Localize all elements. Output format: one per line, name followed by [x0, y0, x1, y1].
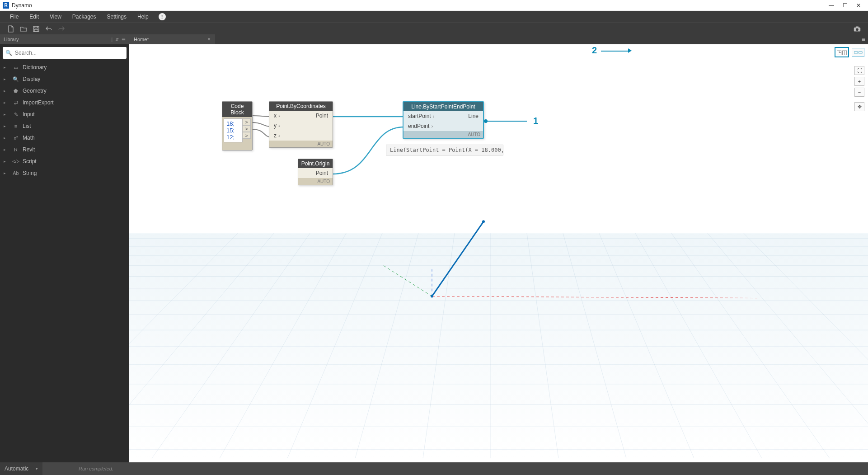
workspace: Home* × ≡	[129, 34, 868, 462]
library-sort-icon[interactable]: ⇵	[115, 37, 119, 42]
tab-label: Home*	[134, 37, 149, 42]
magnify-icon: 🔍	[12, 76, 20, 82]
menu-settings[interactable]: Settings	[102, 11, 132, 23]
annotation-line-2	[601, 51, 628, 52]
node-title: Line.ByStartPointEndPoint	[404, 102, 483, 111]
graph-view-toggle[interactable]: ▭▭	[852, 48, 864, 57]
annotation-arrow-2	[628, 48, 632, 53]
library-item-importexport[interactable]: ▸⇄ImportExport	[0, 97, 129, 108]
svg-rect-1	[35, 26, 38, 28]
library-item-geometry[interactable]: ▸⬟Geometry	[0, 85, 129, 97]
open-file-icon[interactable]	[17, 24, 30, 34]
node-code-block[interactable]: Code Block 18; 15; 12; > > >	[222, 101, 253, 150]
geometry-preview-toggle[interactable]: ◳◫	[835, 47, 849, 57]
port-input-z[interactable]: z›	[269, 131, 285, 141]
annotation-label-2: 2	[592, 45, 597, 56]
library-item-label: String	[23, 170, 37, 176]
library-search[interactable]: 🔍	[3, 47, 127, 59]
zoom-out-button[interactable]: −	[854, 88, 864, 97]
node-line-by-start-end[interactable]: Line.ByStartPointEndPoint startPoint› en…	[403, 101, 484, 139]
tool-bar	[0, 23, 868, 34]
node-footer: AUTO	[298, 178, 333, 185]
port-output-point[interactable]: Point	[298, 168, 333, 178]
fit-view-button[interactable]: ⛶	[854, 66, 864, 75]
library-item-label: Math	[23, 135, 35, 141]
viewport-side-controls: ⛶ + − ✥	[854, 66, 864, 111]
code-port-1[interactable]: >	[243, 118, 251, 125]
library-item-script[interactable]: ▸</>Script	[0, 155, 129, 167]
menu-help[interactable]: Help	[132, 11, 154, 23]
list-icon: ≡	[12, 123, 20, 129]
window-maximize-button[interactable]: ☐	[838, 1, 852, 10]
port-input-x[interactable]: x›	[269, 111, 285, 121]
library-title: Library	[4, 37, 19, 42]
node-point-origin[interactable]: Point.Origin Point AUTO	[298, 159, 333, 185]
math-icon: x²	[12, 135, 20, 141]
code-port-2[interactable]: >	[243, 125, 251, 132]
camera-icon[interactable]	[851, 24, 863, 34]
svg-rect-4	[856, 26, 859, 28]
library-item-label: ImportExport	[23, 99, 54, 106]
library-items: ▸▭Dictionary ▸🔍Display ▸⬟Geometry ▸⇄Impo…	[0, 61, 129, 462]
app-title: Dynamo	[12, 2, 32, 9]
code-icon: </>	[12, 159, 20, 164]
library-item-label: List	[23, 123, 31, 129]
library-item-label: Script	[23, 158, 37, 165]
menu-packages[interactable]: Packages	[67, 11, 102, 23]
node-title: Point.Origin	[298, 159, 333, 168]
tab-close-icon[interactable]: ×	[207, 36, 211, 42]
run-mode-dropdown[interactable]: Automatic	[0, 462, 42, 475]
menu-view[interactable]: View	[44, 11, 67, 23]
canvas[interactable]: Code Block 18; 15; 12; > > >	[129, 44, 868, 462]
node-footer: AUTO	[404, 131, 483, 138]
tab-menu-icon[interactable]: ≡	[859, 34, 868, 44]
library-filter-icon[interactable]: |	[111, 37, 113, 42]
library-item-label: Revit	[23, 146, 35, 153]
port-input-startpoint[interactable]: startPoint›	[404, 111, 439, 121]
menu-file[interactable]: File	[5, 11, 24, 23]
status-bar: Automatic Run completed.	[0, 462, 868, 475]
library-item-label: Display	[23, 76, 40, 82]
library-item-list[interactable]: ▸≡List	[0, 120, 129, 132]
port-output-point[interactable]: Point	[313, 111, 333, 121]
book-icon: ▭	[12, 65, 20, 71]
library-item-math[interactable]: ▸x²Math	[0, 132, 129, 144]
code-block-input[interactable]: 18; 15; 12;	[224, 118, 243, 142]
menu-edit[interactable]: Edit	[24, 11, 44, 23]
library-item-input[interactable]: ▸✎Input	[0, 108, 129, 120]
text-icon: Ab	[12, 170, 20, 176]
library-item-display[interactable]: ▸🔍Display	[0, 73, 129, 85]
pan-button[interactable]: ✥	[854, 102, 864, 111]
node-footer: AUTO	[269, 141, 333, 147]
window-close-button[interactable]: ✕	[852, 1, 865, 10]
status-text: Run completed.	[79, 466, 113, 471]
preview-3d-icon: ◳◫	[836, 49, 847, 56]
title-bar: R Dynamo — ☐ ✕	[0, 0, 868, 11]
svg-point-41	[431, 295, 433, 298]
tab-home[interactable]: Home* ×	[129, 34, 215, 44]
app-window: R Dynamo — ☐ ✕ File Edit View Packages S…	[0, 0, 868, 475]
swap-icon: ⇄	[12, 100, 20, 106]
save-file-icon[interactable]	[30, 24, 42, 34]
library-item-dictionary[interactable]: ▸▭Dictionary	[0, 61, 129, 73]
node-point-by-coordinates[interactable]: Point.ByCoordinates x› y› z› Point AUTO	[269, 101, 333, 148]
undo-icon[interactable]	[42, 24, 55, 34]
new-file-icon[interactable]	[5, 24, 17, 34]
window-minimize-button[interactable]: —	[825, 1, 838, 10]
zoom-in-button[interactable]: +	[854, 77, 864, 86]
revit-icon: R	[12, 147, 20, 152]
notification-icon[interactable]: !	[159, 13, 166, 20]
port-input-endpoint[interactable]: endPoint›	[404, 121, 439, 131]
library-collapse-icon[interactable]: ☰	[122, 37, 126, 42]
library-item-string[interactable]: ▸AbString	[0, 167, 129, 179]
code-port-3[interactable]: >	[243, 132, 251, 139]
search-input[interactable]	[15, 50, 124, 56]
node-title: Code Block	[222, 102, 252, 117]
port-input-y[interactable]: y›	[269, 121, 285, 131]
tab-bar: Home* × ≡	[129, 34, 868, 44]
port-output-line[interactable]: Line	[465, 111, 483, 121]
library-item-label: Geometry	[23, 88, 47, 94]
redo-icon[interactable]	[55, 24, 68, 34]
pencil-icon: ✎	[12, 112, 20, 118]
library-item-revit[interactable]: ▸RRevit	[0, 144, 129, 155]
